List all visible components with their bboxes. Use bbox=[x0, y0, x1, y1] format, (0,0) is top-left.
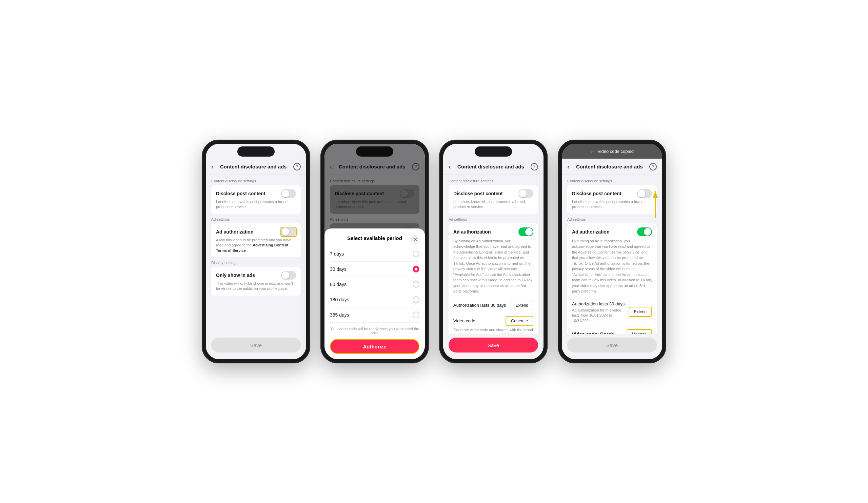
disclose-post-row-1: Disclose post content Let others know th… bbox=[211, 185, 301, 214]
ad-auth-title-1: Ad authorization bbox=[216, 229, 253, 234]
radio-180days[interactable] bbox=[413, 296, 420, 303]
phone-3: ‹ Content disclosure and ads ? Content d… bbox=[439, 140, 548, 363]
phone-frame-2: ‹ Content disclosure and ads ? Content d… bbox=[320, 140, 429, 363]
phone-frame-3: ‹ Content disclosure and ads ? Content d… bbox=[439, 140, 548, 363]
disclose-toggle-3[interactable] bbox=[518, 189, 533, 198]
save-button-3[interactable]: Save bbox=[448, 338, 538, 353]
period-180days[interactable]: 180 days bbox=[330, 292, 420, 307]
modal-close-2[interactable]: ✕ bbox=[411, 235, 420, 244]
radio-7days[interactable] bbox=[413, 251, 420, 257]
ad-auth-toggle-3[interactable] bbox=[518, 228, 533, 236]
help-button-4[interactable]: ? bbox=[649, 163, 657, 170]
phone-4: ✓ Video code copied ‹ Content disclosure… bbox=[558, 140, 666, 363]
save-container-1: Save bbox=[206, 334, 306, 359]
disclose-title-4: Disclose post content bbox=[572, 191, 621, 196]
section-label-ad-4: Ad settings bbox=[567, 217, 657, 221]
section-label-content-4: Content disclosure settings bbox=[567, 179, 657, 183]
save-container-3: Save bbox=[443, 334, 544, 359]
ad-auth-toggle-4[interactable] bbox=[637, 228, 652, 236]
back-button-3[interactable]: ‹ bbox=[448, 163, 451, 170]
period-options-2: 7 days 30 days 60 days bbox=[330, 247, 420, 323]
nav-title-3: Content disclosure and ads bbox=[454, 164, 528, 169]
section-label-content-3: Content disclosure settings bbox=[448, 179, 538, 183]
dynamic-island-3 bbox=[475, 146, 512, 157]
modal-title-2: Select available period bbox=[330, 235, 420, 241]
disclose-post-row-3: Disclose post content Let others know th… bbox=[448, 185, 538, 214]
disclose-desc-1: Let others know this post promotes a bra… bbox=[216, 199, 296, 210]
phone-screen-1: ‹ Content disclosure and ads ? Content d… bbox=[206, 144, 306, 359]
modal-sheet-2: Select available period ✕ 7 days 30 days bbox=[324, 229, 425, 359]
video-code-label-3: Video code bbox=[453, 318, 475, 323]
disclose-post-row-4: Disclose post content Let others know th… bbox=[567, 185, 657, 214]
radio-365days[interactable] bbox=[413, 312, 420, 318]
disclose-desc-4: Let others know this post promotes a bra… bbox=[572, 199, 652, 210]
screens-container: ‹ Content disclosure and ads ? Content d… bbox=[202, 140, 666, 363]
period-60days[interactable]: 60 days bbox=[330, 277, 420, 292]
disclose-title-3: Disclose post content bbox=[453, 191, 503, 196]
phone-2: ‹ Content disclosure and ads ? Content d… bbox=[320, 140, 429, 363]
ad-auth-extended-desc-4: By turning on Ad authorization, you ackn… bbox=[572, 238, 652, 294]
help-button-3[interactable]: ? bbox=[531, 163, 538, 170]
video-code-ready-row-4: Video code: Ready Manage bbox=[572, 329, 652, 334]
only-ads-row-1: Only show in ads This video will only be… bbox=[211, 267, 301, 295]
back-button-4[interactable]: ‹ bbox=[567, 163, 570, 170]
screen-content-1: Content disclosure settings Disclose pos… bbox=[206, 175, 306, 334]
toast-text-4: Video code copied bbox=[597, 149, 634, 154]
modal-overlay-2: Select available period ✕ 7 days 30 days bbox=[324, 144, 425, 359]
nav-title-4: Content disclosure and ads bbox=[572, 164, 647, 169]
video-code-ready-label-4: Video code: Ready bbox=[572, 332, 614, 334]
save-button-1[interactable]: Save bbox=[211, 338, 301, 353]
modal-note-2: Your video code will be ready once you'v… bbox=[330, 327, 420, 335]
phone-screen-4: ✓ Video code copied ‹ Content disclosure… bbox=[562, 144, 662, 359]
ad-auth-title-4: Ad authorization bbox=[572, 229, 609, 234]
ad-auth-row-3: Ad authorization By turning on Ad author… bbox=[448, 223, 538, 334]
section-label-content-1: Content disclosure settings bbox=[211, 179, 301, 183]
video-code-row-3: Video code Generate bbox=[453, 316, 533, 326]
ad-auth-extended-desc-3: By turning on Ad authorization, you ackn… bbox=[453, 238, 533, 294]
disclose-title-1: Disclose post content bbox=[216, 191, 265, 196]
only-ads-desc-1: This video will only be shown in ads, an… bbox=[216, 281, 296, 292]
phone-1: ‹ Content disclosure and ads ? Content d… bbox=[202, 140, 310, 363]
auth-lasts-sub-4: Ad authorization for this video lasts fr… bbox=[572, 308, 629, 323]
authorize-button-2[interactable]: Authorize bbox=[330, 339, 420, 354]
section-label-display-1: Display settings bbox=[211, 261, 301, 265]
screen-content-4: Content disclosure settings Disclose pos… bbox=[562, 175, 662, 334]
only-ads-toggle-1[interactable] bbox=[281, 271, 296, 280]
extend-button-4[interactable]: Extend bbox=[629, 307, 652, 317]
disclose-toggle-4[interactable] bbox=[637, 189, 652, 198]
disclose-toggle-1[interactable] bbox=[281, 189, 296, 198]
ad-auth-toggle-1[interactable] bbox=[281, 228, 296, 236]
ad-auth-desc-1: Allow this video to be promoted and you … bbox=[216, 238, 296, 253]
period-7days[interactable]: 7 days bbox=[330, 247, 420, 262]
radio-30days[interactable] bbox=[413, 266, 420, 273]
phone-screen-3: ‹ Content disclosure and ads ? Content d… bbox=[443, 144, 544, 359]
toast-bar-4: ✓ Video code copied bbox=[562, 144, 662, 159]
toast-check-icon: ✓ bbox=[590, 148, 595, 155]
section-label-ad-1: Ad settings bbox=[211, 217, 301, 221]
phone-frame-4: ✓ Video code copied ‹ Content disclosure… bbox=[558, 140, 666, 363]
save-container-4: Save bbox=[562, 334, 662, 359]
ad-terms-link-1[interactable]: Advertising Content Terms of Service bbox=[216, 243, 288, 252]
status-bar-3 bbox=[443, 144, 544, 159]
phone-screen-2: ‹ Content disclosure and ads ? Content d… bbox=[324, 144, 425, 359]
ad-auth-row-1: Ad authorization Allow this video to be … bbox=[211, 223, 301, 257]
help-button-1[interactable]: ? bbox=[293, 163, 301, 170]
save-button-4[interactable]: Save bbox=[567, 338, 657, 353]
radio-60days[interactable] bbox=[413, 281, 420, 288]
auth-lasts-row-4: Authorization lasts 30 days Ad authoriza… bbox=[572, 301, 652, 323]
manage-button-4[interactable]: Manage bbox=[627, 329, 652, 334]
screen-content-3: Content disclosure settings Disclose pos… bbox=[443, 175, 544, 334]
nav-bar-1: ‹ Content disclosure and ads ? bbox=[206, 159, 306, 175]
extend-button-3[interactable]: Extend bbox=[510, 301, 533, 310]
back-button-1[interactable]: ‹ bbox=[211, 163, 214, 170]
nav-bar-3: ‹ Content disclosure and ads ? bbox=[443, 159, 544, 175]
video-code-desc-3: Generate video code and share it with th… bbox=[453, 327, 533, 334]
phone-frame-1: ‹ Content disclosure and ads ? Content d… bbox=[202, 140, 310, 363]
section-label-ad-3: Ad settings bbox=[448, 217, 538, 221]
generate-button-3[interactable]: Generate bbox=[506, 316, 533, 326]
disclose-desc-3: Let others know this post promotes a bra… bbox=[453, 199, 533, 210]
ad-auth-title-3: Ad authorization bbox=[453, 229, 490, 234]
period-365days[interactable]: 365 days bbox=[330, 307, 420, 323]
only-ads-title-1: Only show in ads bbox=[216, 273, 255, 278]
period-30days[interactable]: 30 days bbox=[330, 262, 420, 277]
